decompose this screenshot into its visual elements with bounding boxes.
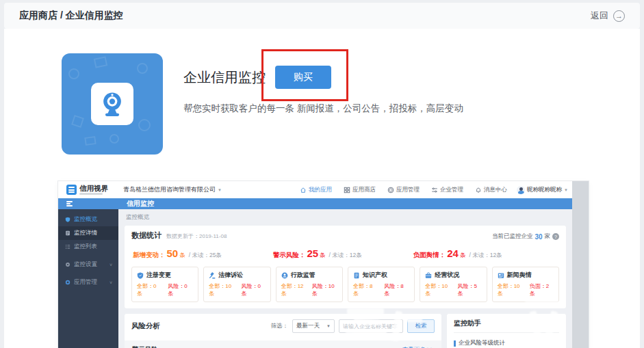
stats-updated: 数据更新于：2019-11-08 (166, 232, 227, 240)
summary-negative-news: 负面舆情： 24 条 / 未读：12条 (413, 247, 502, 260)
app-icon (65, 280, 70, 285)
nav-item-message-center: 消息中心 (475, 186, 507, 194)
category-card-ip: 知识产权 全部：8 条风险：8 条 (348, 267, 415, 302)
page-topbar: 应用商店 / 企业信用监控 返回 → (4, 3, 640, 29)
view-more-link: 查看更多 >> (402, 346, 434, 348)
logo-icon (66, 185, 77, 195)
user-nickname: 昵称昵称昵称 (527, 186, 562, 194)
assistant-title: 监控助手 (454, 319, 559, 333)
sidebar-item-monitor-settings: 监控设置 ˅ (58, 258, 118, 271)
preview-sidebar: 监控概览 监控详情 监控列表 监控设置 ˅ 应用管理 ˅ (58, 209, 118, 348)
app-detail-card: 企业信用监控 购买 帮您实时获取客户的每一条 新闻报道，公司公告，招投标，高层变… (4, 29, 640, 348)
monitored-count: 当前已监控企业 30 家 ? (492, 232, 559, 241)
sidebar-item-monitor-overview: 监控概览 (58, 213, 118, 226)
back-label: 返回 (591, 10, 608, 22)
user-menu: 昵称昵称昵称 ▼ (517, 186, 568, 194)
help-icon: ? (552, 233, 559, 240)
gavel-icon (209, 272, 216, 279)
category-card-regulation: 行政监管 全部：12 条风险：10 条 (276, 267, 343, 302)
category-card-news: 新闻舆情 全部：10 条负面：2 条 (492, 267, 559, 302)
preview-breadcrumb: 监控概览 (126, 213, 566, 222)
caret-down-icon: ▼ (564, 188, 568, 192)
warning-risk-band: 警示风险 查看更多 >> (125, 340, 441, 348)
preview-nav: 我的应用 应用商店 应用管理 企业管理 消息中心 (300, 186, 507, 194)
caret-down-icon: ▼ (218, 188, 222, 192)
nav-item-app-store: 应用商店 (344, 186, 376, 194)
buy-button[interactable]: 购买 (275, 66, 331, 89)
document-icon (353, 272, 360, 279)
grid-icon (344, 187, 350, 193)
file-icon (65, 230, 70, 236)
shield-icon (65, 217, 70, 222)
logo-text: 信用视界 (79, 185, 108, 191)
user-badge-icon (281, 272, 288, 279)
bell-icon (475, 187, 482, 193)
shield-icon (137, 272, 144, 279)
sliders-icon (431, 187, 438, 193)
briefcase-icon (425, 272, 432, 279)
list-icon (65, 244, 70, 250)
news-icon (498, 272, 504, 279)
risk-analysis-card: 风险分析 筛选： 最新一天 ▼ 检索 警示风险 (125, 314, 441, 348)
package-icon (387, 187, 394, 193)
summary-new-changes: 新增变动： 50 条 / 未读：25条 (133, 247, 222, 260)
category-card-lawsuit: 法律诉讼 全部：10 条风险：0 条 (203, 267, 270, 302)
stats-card: 数据统计 数据更新于：2019-11-08 当前已监控企业 30 家 ? 新增变… (125, 226, 566, 308)
app-preview-screenshot: 信用视界 青岛格兰德信用咨询管理有限公司 ▼ 我的应用 应用商店 (58, 181, 589, 348)
chevron-down-icon: ˅ (110, 263, 112, 267)
gear-icon (65, 262, 70, 267)
search-button: 检索 (407, 319, 435, 333)
preview-scrollbar-strip (572, 181, 589, 348)
preview-content: 监控概览 数据统计 数据更新于：2019-11-08 当前已监控企业 30 家 … (118, 209, 572, 348)
section-bar-icon (454, 340, 456, 347)
breadcrumb[interactable]: 应用商店 / 企业信用监控 (19, 10, 123, 22)
nav-item-my-apps: 我的应用 (300, 186, 332, 194)
risk-analysis-title: 风险分析 (131, 321, 160, 331)
summary-row: 新增变动： 50 条 / 未读：25条 警示风险： 25 条 / 未读：12条 … (133, 247, 559, 260)
company-search-input (339, 319, 403, 333)
time-filter-select: 最新一天 ▼ (292, 319, 335, 333)
sidebar-item-monitor-list: 监控列表 (58, 240, 118, 254)
caret-down-icon: ▼ (326, 324, 331, 328)
filter-label: 筛选： (271, 322, 289, 330)
category-card-register: 注册变更 全部：0 条风险：0 条 (131, 267, 198, 302)
app-icon-tile (62, 53, 163, 155)
nav-item-company-manage: 企业管理 (431, 186, 463, 194)
preview-logo: 信用视界 (66, 185, 108, 195)
collapse-menu-icon (58, 201, 118, 206)
nav-item-app-manage: 应用管理 (387, 186, 420, 194)
warning-risk-title: 警示风险 (132, 345, 158, 348)
preview-title-bar: 信用监控 (58, 198, 589, 209)
preview-page-title: 信用监控 (127, 199, 154, 209)
sidebar-item-monitor-detail: 监控详情 (58, 226, 118, 240)
app-title: 企业信用监控 (183, 68, 266, 87)
preview-header: 信用视界 青岛格兰德信用咨询管理有限公司 ▼ 我的应用 应用商店 (58, 181, 589, 198)
back-button[interactable]: 返回 → (591, 10, 625, 22)
logo-subtext (79, 193, 103, 195)
stats-title: 数据统计 (131, 230, 162, 241)
home-icon (300, 187, 307, 193)
back-arrow-icon: → (613, 10, 625, 22)
company-selector: 青岛格兰德信用咨询管理有限公司 ▼ (123, 185, 222, 194)
app-description: 帮您实时获取客户的每一条 新闻报道，公司公告，招投标，高层变动 (183, 103, 463, 115)
assistant-sublabel: 企业风险等级统计 (454, 339, 559, 347)
sidebar-item-app-manage: 应用管理 ˅ (58, 276, 118, 289)
summary-warning-risk: 警示风险： 25 条 / 未读：12条 (273, 247, 362, 260)
monitor-assistant-card: 监控助手 企业风险等级统计 (447, 314, 566, 348)
category-card-business: 经营状况 全部：10 条风险：5 条 (420, 267, 487, 302)
webcam-icon (91, 83, 133, 125)
chevron-down-icon: ˅ (110, 280, 112, 285)
avatar (517, 186, 525, 194)
category-cards: 注册变更 全部：0 条风险：0 条 法律诉讼 全部：10 条风险：0 条 行政监… (131, 267, 559, 302)
